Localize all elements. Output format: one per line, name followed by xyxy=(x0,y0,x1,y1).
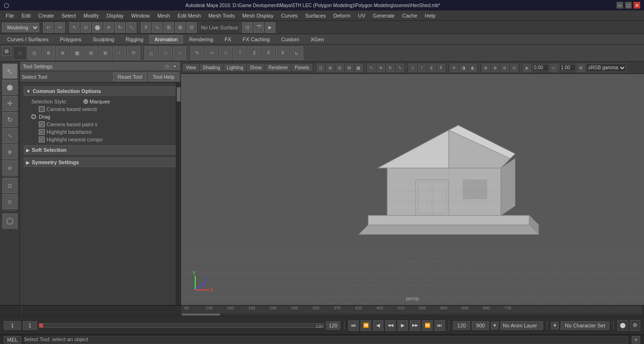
resolution-gate-icon[interactable]: ⊟ xyxy=(336,64,344,72)
anim-layer-input[interactable]: No Anim Layer xyxy=(500,321,543,330)
menu-modify[interactable]: Modify xyxy=(80,12,102,19)
shelf-icon-16[interactable]: ⊺ xyxy=(233,46,246,60)
shelf-icon-17[interactable]: ⊻ xyxy=(247,46,261,60)
snap-curve-icon[interactable]: ∿ xyxy=(152,22,163,33)
redo-icon[interactable]: ↪ xyxy=(54,22,65,33)
current-frame-input[interactable]: 1 xyxy=(4,321,21,330)
shelf-icon-12[interactable]: ○ xyxy=(173,46,186,60)
menu-surfaces[interactable]: Surfaces xyxy=(301,12,329,19)
shelf-icon-20[interactable]: ⊾ xyxy=(290,46,303,60)
move-tool-btn[interactable]: ✛ xyxy=(2,96,18,111)
menu-select[interactable]: Select xyxy=(58,12,80,19)
film-gate-icon[interactable]: ⊞ xyxy=(326,64,335,72)
render-icon[interactable]: 🎬 xyxy=(254,22,264,33)
shelf-icon-11[interactable]: □ xyxy=(159,46,172,60)
shelf-tab-polygons[interactable]: Polygons xyxy=(54,35,86,44)
gamma-input[interactable]: 1.00 xyxy=(559,64,576,71)
snap-surface-icon[interactable]: ⊟ xyxy=(186,22,197,33)
lasso-tool-btn[interactable]: ⊙ xyxy=(2,194,18,209)
next-key-button[interactable]: ⏩ xyxy=(422,320,433,331)
grid-icon[interactable]: ▦ xyxy=(354,64,363,72)
snap-view-icon[interactable]: ⊠ xyxy=(175,22,185,33)
menu-create[interactable]: Create xyxy=(35,12,58,19)
scrollbar-thumb[interactable] xyxy=(177,87,181,102)
rotate-icon[interactable]: ↻ xyxy=(115,22,125,33)
shelf-tab-fx[interactable]: FX xyxy=(219,35,236,44)
shelf-icon-1[interactable]: □ xyxy=(13,46,27,60)
menu-edit-mesh[interactable]: Edit Mesh xyxy=(174,12,205,19)
colorspace-icon[interactable]: ⊞ xyxy=(577,64,585,72)
shelf-icon-9[interactable]: ⟳ xyxy=(127,46,140,60)
shelf-icon-14[interactable]: ⊸ xyxy=(205,46,218,60)
range-end-input[interactable]: 120 xyxy=(326,321,340,330)
shelf-icon-15[interactable]: ⊹ xyxy=(219,46,232,60)
rotate-cam-icon[interactable]: ↻ xyxy=(386,64,395,72)
play-back-button[interactable]: ◀◀ xyxy=(385,320,396,331)
exposure-input[interactable]: 0.00 xyxy=(532,64,549,71)
scale-cam-icon[interactable]: ⤡ xyxy=(396,64,404,72)
xray-icon[interactable]: ⊘ xyxy=(500,64,509,72)
go-to-start-button[interactable]: ⏮ xyxy=(348,320,359,331)
min-frame-input[interactable]: 120 xyxy=(453,321,470,330)
menu-cache[interactable]: Cache xyxy=(399,12,421,19)
menu-mesh-display[interactable]: Mesh Display xyxy=(238,12,277,19)
minimize-button[interactable]: ─ xyxy=(617,2,623,9)
symmetry-settings-section-header[interactable]: ▶ Symmetry Settings xyxy=(24,158,177,167)
lasso-icon[interactable]: ⊙ xyxy=(81,22,91,33)
view-menu[interactable]: View xyxy=(183,64,199,71)
shelf-icon-10[interactable]: △ xyxy=(145,46,158,60)
camera-based-sel-checkbox[interactable] xyxy=(39,106,45,112)
menu-curves[interactable]: Curves xyxy=(277,12,301,19)
renderer-menu[interactable]: Renderer xyxy=(265,64,291,71)
shelf-icon-7[interactable]: ⊠ xyxy=(99,46,112,60)
camera-tools-btn[interactable]: ⬡ xyxy=(2,214,18,229)
menu-help[interactable]: Help xyxy=(421,12,440,19)
scale-icon[interactable]: ⤡ xyxy=(126,22,136,33)
ao-icon[interactable]: ◐ xyxy=(469,64,477,72)
shelf-tab-animation[interactable]: Animation xyxy=(149,35,183,44)
menu-deform[interactable]: Deform xyxy=(329,12,354,19)
snap-point-icon[interactable]: ⊞ xyxy=(163,22,174,33)
menu-uv[interactable]: UV xyxy=(354,12,369,19)
timeline-scroll-area[interactable]: 120 xyxy=(39,323,324,328)
soft-mod-btn[interactable]: ≋ xyxy=(2,160,18,176)
menu-generate[interactable]: Generate xyxy=(369,12,399,19)
common-selection-section-header[interactable]: ▼ Common Selection Options xyxy=(24,86,177,96)
shelf-tab-xgen[interactable]: XGen xyxy=(305,35,329,44)
auto-key-button[interactable]: ⬤ xyxy=(617,320,628,331)
drag-radio[interactable]: Drag xyxy=(31,114,50,120)
shelf-tab-rendering[interactable]: Rendering xyxy=(184,35,218,44)
shelf-settings-icon[interactable]: ⚙ xyxy=(2,46,11,56)
close-panel-btn[interactable]: ✕ xyxy=(172,64,178,69)
shelf-tab-custom[interactable]: Custom xyxy=(276,35,305,44)
mode-selector[interactable]: Modeling xyxy=(2,23,39,32)
shelf-icon-19[interactable]: ⊽ xyxy=(276,46,289,60)
range-start-input[interactable]: 1 xyxy=(23,321,37,330)
shelf-tab-fx-caching[interactable]: FX Caching xyxy=(237,35,275,44)
paint-icon[interactable]: ⬤ xyxy=(92,22,102,33)
scale-tool-btn[interactable]: ⤡ xyxy=(2,128,18,143)
menu-display[interactable]: Display xyxy=(103,12,127,19)
hud-icon[interactable]: ⊗ xyxy=(491,64,499,72)
shelf-icon-8[interactable]: ↑ xyxy=(113,46,126,60)
step-forward-button[interactable]: ▶▶ xyxy=(410,320,420,331)
shelf-icon-13[interactable]: ✎ xyxy=(190,46,204,60)
timeline-ruler[interactable]: 60 105 150 195 240 285 330 375 420 465 5… xyxy=(182,306,642,316)
gamma-icon[interactable]: ◇ xyxy=(550,64,558,72)
marquee-radio[interactable]: Marquee xyxy=(83,99,110,104)
snap-grid-icon[interactable]: # xyxy=(141,22,151,33)
menu-window[interactable]: Window xyxy=(127,12,154,19)
highlight-backfaces-checkbox[interactable]: ✓ xyxy=(39,129,45,135)
rotate-tool-btn[interactable]: ↻ xyxy=(2,112,18,127)
shadow-icon[interactable]: ◑ xyxy=(459,64,468,72)
shelf-tab-curves-surfaces[interactable]: Curves / Surfaces xyxy=(2,35,54,44)
viewport-canvas[interactable]: X Y Z persp xyxy=(181,74,644,305)
ipr-icon[interactable]: ▶ xyxy=(265,22,275,33)
shelf-icon-18[interactable]: ⊼ xyxy=(262,46,275,60)
charset-arrow[interactable]: ▼ xyxy=(551,322,559,329)
key-settings-button[interactable]: ⚙ xyxy=(630,320,640,331)
shelf-icon-3[interactable]: ⊕ xyxy=(42,46,55,60)
shading-menu[interactable]: Shading xyxy=(200,64,223,71)
lighting-icon[interactable]: ☀ xyxy=(450,64,458,72)
select-tool-btn[interactable]: ↖ xyxy=(2,64,18,79)
